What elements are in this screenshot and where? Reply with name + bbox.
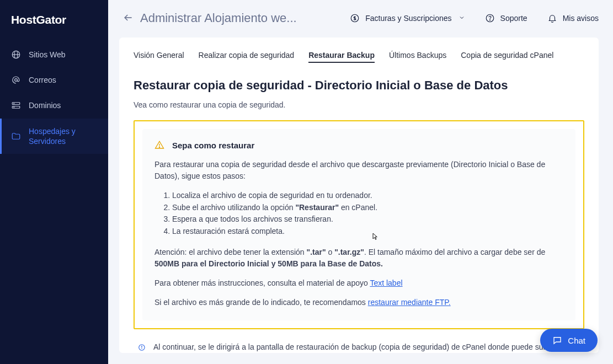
chevron-down-icon bbox=[459, 14, 465, 23]
restore-ftp-link[interactable]: restaurar mediante FTP. bbox=[368, 298, 451, 307]
sidebar-item-label: Hospedajes y Servidores bbox=[29, 126, 97, 146]
server-icon bbox=[11, 100, 21, 110]
svg-point-11 bbox=[489, 20, 490, 20]
svg-point-3 bbox=[15, 79, 18, 82]
step-3: Espera a que todos los archivos se trans… bbox=[172, 213, 563, 226]
tab-restore[interactable]: Restaurar Backup bbox=[308, 51, 375, 63]
help-circle-icon bbox=[485, 13, 495, 23]
support-link[interactable]: Soporte bbox=[485, 13, 527, 23]
chat-fab-label: Chat bbox=[568, 336, 585, 345]
billing-menu[interactable]: Facturas y Suscripciones bbox=[350, 13, 465, 23]
chat-icon bbox=[552, 335, 562, 345]
warning-triangle-icon bbox=[154, 140, 164, 150]
info-text: Al continuar, se le dirigirá a la pantal… bbox=[153, 341, 582, 353]
sidebar-item-label: Correos bbox=[29, 75, 56, 85]
tab-backup[interactable]: Realizar copia de seguridad bbox=[199, 51, 295, 63]
folder-icon bbox=[11, 131, 21, 141]
info-circle-icon bbox=[138, 342, 146, 352]
svg-point-16 bbox=[141, 346, 142, 346]
svg-point-7 bbox=[14, 107, 14, 108]
step-4: La restauración estará completa. bbox=[172, 226, 563, 238]
dollar-circle-icon bbox=[350, 13, 360, 23]
content-card: Visión General Realizar copia de segurid… bbox=[119, 38, 599, 353]
warning-title: Sepa como restaurar bbox=[172, 141, 254, 150]
back-arrow-icon[interactable] bbox=[122, 12, 134, 25]
sidebar-item-label: Dominios bbox=[29, 100, 61, 110]
sidebar-item-domains[interactable]: Dominios bbox=[0, 93, 108, 118]
breadcrumb-title: Administrar Alojamiento we... bbox=[140, 11, 297, 25]
tabs: Visión General Realizar copia de segurid… bbox=[134, 51, 584, 63]
step-1: Localiza el archivo de copia de segurida… bbox=[172, 190, 563, 202]
tab-latest[interactable]: Últimos Backups bbox=[389, 51, 446, 63]
tab-overview[interactable]: Visión General bbox=[134, 51, 184, 63]
svg-point-13 bbox=[159, 147, 159, 147]
support-link-label: Soporte bbox=[500, 14, 527, 23]
warning-intro: Para restaurar una copia de seguridad de… bbox=[154, 159, 563, 182]
warning-ftp: Si el archivo es más grande de lo indica… bbox=[154, 297, 563, 308]
brand-logo: HostGator bbox=[0, 0, 108, 42]
step-2: Sube el archivo utilizando la opción "Re… bbox=[172, 202, 563, 214]
warning-steps: Localiza el archivo de copia de segurida… bbox=[154, 190, 563, 238]
alerts-link-label: Mis avisos bbox=[563, 14, 599, 23]
info-panel: Al continuar, se le dirigirá a la pantal… bbox=[134, 339, 584, 353]
svg-point-6 bbox=[14, 104, 14, 104]
sidebar-item-mail[interactable]: Correos bbox=[0, 67, 108, 93]
bell-icon bbox=[547, 13, 557, 23]
page-title: Restaurar copia de seguridad - Directori… bbox=[134, 78, 584, 93]
page-subtitle: Vea como restaurar una copia de segurida… bbox=[134, 100, 584, 109]
support-material-link[interactable]: Text label bbox=[370, 279, 402, 287]
chat-fab[interactable]: Chat bbox=[540, 329, 598, 352]
sidebar-item-label: Sitios Web bbox=[29, 50, 66, 60]
billing-menu-label: Facturas y Suscripciones bbox=[365, 14, 451, 23]
alerts-link[interactable]: Mis avisos bbox=[547, 13, 599, 23]
topbar: Administrar Alojamiento we... Facturas y… bbox=[108, 0, 613, 32]
at-icon bbox=[11, 75, 21, 85]
globe-icon bbox=[11, 50, 21, 60]
sidebar-item-sites[interactable]: Sitios Web bbox=[0, 42, 108, 67]
warning-attention: Atención: el archivo debe tener la exten… bbox=[154, 247, 563, 270]
warning-moreinfo: Para obtener más instrucciones, consulta… bbox=[154, 277, 563, 289]
sidebar-item-hosting[interactable]: Hospedajes y Servidores bbox=[0, 119, 108, 154]
tab-cpanel-backup[interactable]: Copia de seguridad cPanel bbox=[461, 51, 553, 63]
warning-panel: Sepa como restaurar Para restaurar una c… bbox=[134, 120, 584, 329]
sidebar: HostGator Sitios Web Correos Dominios Ho… bbox=[0, 0, 108, 364]
main-area: Administrar Alojamiento we... Facturas y… bbox=[108, 0, 613, 364]
